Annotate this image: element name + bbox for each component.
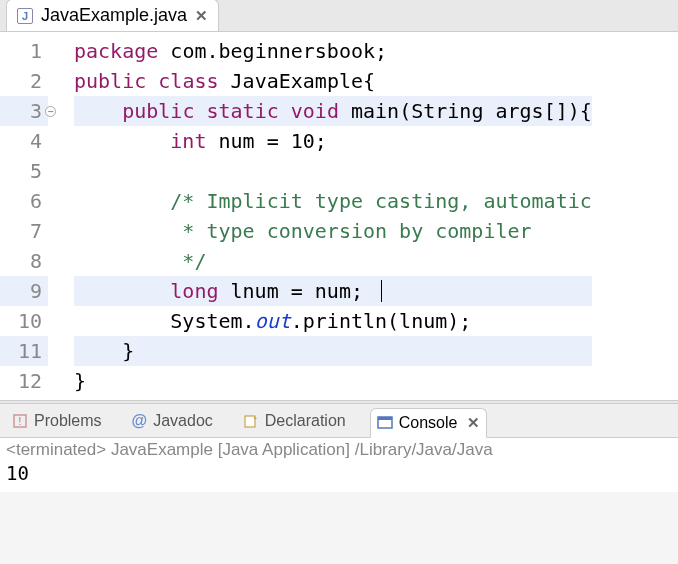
line-number: 7	[0, 216, 48, 246]
tab-label: Problems	[34, 412, 102, 430]
line-number: 11	[0, 336, 48, 366]
code-line[interactable]: long lnum = num;	[74, 276, 592, 306]
line-number: 9	[0, 276, 48, 306]
console-output: 10	[6, 460, 672, 484]
line-number: 6	[0, 186, 48, 216]
line-number: 12	[0, 366, 48, 396]
console-status: <terminated> JavaExample [Java Applicati…	[6, 440, 672, 460]
line-number: 1	[0, 36, 48, 66]
tab-problems[interactable]: ! Problems	[6, 408, 108, 434]
close-icon[interactable]: ✕	[195, 7, 208, 25]
console-view: <terminated> JavaExample [Java Applicati…	[0, 438, 678, 492]
code-line[interactable]: }	[74, 336, 592, 366]
svg-rect-2	[245, 416, 255, 427]
line-number: 3−	[0, 96, 48, 126]
code-line[interactable]: * type conversion by compiler	[74, 216, 592, 246]
code-line[interactable]	[74, 156, 592, 186]
text-caret	[381, 280, 382, 302]
line-number: 8	[0, 246, 48, 276]
console-icon	[377, 415, 393, 431]
editor-tab-bar: J JavaExample.java ✕	[0, 0, 678, 32]
code-line[interactable]: int num = 10;	[74, 126, 592, 156]
javadoc-icon: @	[132, 412, 148, 430]
line-number-gutter: 123−456789101112	[0, 32, 56, 400]
code-line[interactable]: public class JavaExample{	[74, 66, 592, 96]
svg-text:!: !	[19, 416, 22, 427]
tab-label: Console	[399, 414, 458, 432]
code-line[interactable]: System.out.println(lnum);	[74, 306, 592, 336]
close-icon[interactable]: ✕	[467, 414, 480, 432]
tab-console[interactable]: Console ✕	[370, 408, 488, 438]
code-line[interactable]: */	[74, 246, 592, 276]
line-number: 5	[0, 156, 48, 186]
code-editor[interactable]: 123−456789101112 package com.beginnersbo…	[0, 32, 678, 400]
editor-area: J JavaExample.java ✕ 123−456789101112 pa…	[0, 0, 678, 400]
code-content[interactable]: package com.beginnersbook;public class J…	[56, 32, 592, 400]
declaration-icon	[243, 413, 259, 429]
line-number: 4	[0, 126, 48, 156]
code-line[interactable]: public static void main(String args[]){	[74, 96, 592, 126]
code-line[interactable]: package com.beginnersbook;	[74, 36, 592, 66]
line-number: 2	[0, 66, 48, 96]
tab-javadoc[interactable]: @ Javadoc	[126, 408, 219, 434]
fold-toggle-icon[interactable]: −	[45, 106, 56, 117]
editor-tab[interactable]: J JavaExample.java ✕	[6, 0, 219, 31]
tab-label: Declaration	[265, 412, 346, 430]
tab-filename: JavaExample.java	[41, 5, 187, 26]
java-file-icon: J	[17, 8, 33, 24]
views-tab-bar: ! Problems @ Javadoc Declaration Console…	[0, 404, 678, 438]
tab-declaration[interactable]: Declaration	[237, 408, 352, 434]
problems-icon: !	[12, 413, 28, 429]
line-number: 10	[0, 306, 48, 336]
code-line[interactable]: }	[74, 366, 592, 396]
tab-label: Javadoc	[153, 412, 213, 430]
svg-rect-4	[378, 417, 392, 420]
code-line[interactable]: /* Implicit type casting, automatic	[74, 186, 592, 216]
